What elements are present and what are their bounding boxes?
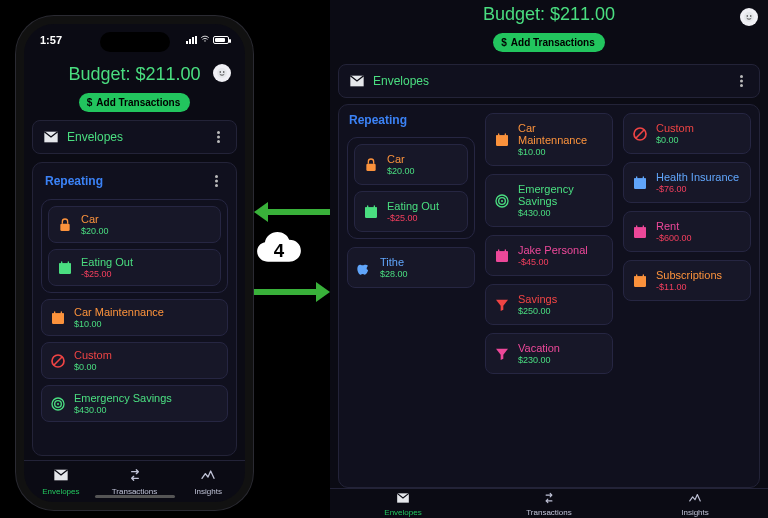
envelope-name: Car — [387, 153, 415, 165]
funnel-icon — [494, 297, 510, 313]
lock-icon — [57, 217, 73, 233]
mail-icon — [43, 129, 59, 145]
tab-envelopes[interactable]: Envelopes — [330, 489, 476, 518]
cal-icon — [632, 175, 648, 191]
envelope-name: Jake Personal — [518, 244, 588, 256]
envelope-card[interactable]: Car Maintennance$10.00 — [41, 299, 228, 336]
tab-label: Envelopes — [384, 508, 421, 517]
insights-icon — [688, 491, 702, 507]
envelope-card[interactable]: Tithe$28.00 — [347, 247, 475, 288]
envelope-amount: -$25.00 — [387, 213, 439, 223]
tab-label: Insights — [681, 508, 709, 517]
lock-icon — [363, 157, 379, 173]
svg-text:4: 4 — [274, 240, 285, 261]
kebab-menu[interactable] — [733, 73, 749, 89]
envelopes-label: Envelopes — [67, 130, 202, 144]
wifi-icon — [200, 34, 210, 46]
envelope-name: Car Maintennance — [74, 306, 164, 318]
envelopes-grid: Repeating Car$20.00Eating Out-$25.00 Tit… — [338, 104, 760, 488]
cal-icon — [494, 248, 510, 264]
envelope-card[interactable]: Custom$0.00 — [623, 113, 751, 154]
mail-icon — [396, 491, 410, 507]
envelope-card[interactable]: Emergency Savings$430.00 — [41, 385, 228, 422]
envelope-name: Emergency Savings — [74, 392, 172, 404]
envelope-amount: $28.00 — [380, 269, 408, 279]
envelope-amount: $250.00 — [518, 306, 557, 316]
mail-icon — [53, 467, 69, 485]
add-transactions-button[interactable]: $ Add Transactions — [79, 93, 190, 112]
budget-title: Budget: $211.00 — [483, 4, 615, 25]
envelope-card[interactable]: Subscriptions-$11.00 — [623, 260, 751, 301]
envelope-card[interactable]: Vacation$230.00 — [485, 333, 613, 374]
envelope-card[interactable]: Car$20.00 — [48, 206, 221, 243]
envelope-card[interactable]: Custom$0.00 — [41, 342, 228, 379]
envelope-name: Tithe — [380, 256, 408, 268]
envelopes-header[interactable]: Envelopes — [32, 120, 237, 154]
insights-icon — [200, 467, 216, 485]
dollar-icon: $ — [501, 37, 507, 48]
envelope-card[interactable]: Health Insurance-$76.00 — [623, 162, 751, 203]
envelope-name: Custom — [74, 349, 112, 361]
arrow-left-icon — [254, 202, 330, 222]
repeating-title: Repeating — [347, 113, 475, 129]
right-column: Custom$0.00Health Insurance-$76.00Rent-$… — [623, 113, 751, 479]
cell-signal-icon — [186, 36, 197, 44]
envelope-card[interactable]: Car$20.00 — [354, 144, 468, 185]
tab-transactions[interactable]: Transactions — [476, 489, 622, 518]
tab-label: Envelopes — [42, 487, 79, 496]
tablet-frame: Budget: $211.00 $ Add Transactions Envel… — [330, 0, 768, 518]
cal-icon — [363, 204, 379, 220]
envelope-amount: -$45.00 — [518, 257, 588, 267]
envelope-card[interactable]: Savings$250.00 — [485, 284, 613, 325]
cloud-number-icon: 4 — [254, 228, 304, 272]
bottom-tabs: Envelopes Transactions Insights — [330, 488, 768, 518]
envelope-card[interactable]: Car Maintennance$10.00 — [485, 113, 613, 166]
avatar[interactable] — [740, 8, 758, 26]
envelope-amount: $20.00 — [387, 166, 415, 176]
envelope-card[interactable]: Eating Out-$25.00 — [354, 191, 468, 232]
tab-label: Transactions — [526, 508, 572, 517]
add-transactions-button[interactable]: $ Add Transactions — [493, 33, 604, 52]
envelope-card[interactable]: Emergency Savings$430.00 — [485, 174, 613, 227]
envelope-card[interactable]: Rent-$600.00 — [623, 211, 751, 252]
envelope-name: Car Maintennance — [518, 122, 604, 146]
envelope-amount: $430.00 — [518, 208, 604, 218]
envelope-card[interactable]: Jake Personal-$45.00 — [485, 235, 613, 276]
repeating-group: Car$20.00Eating Out-$25.00 — [41, 199, 228, 293]
swap-icon — [127, 467, 143, 485]
mail-icon — [349, 73, 365, 89]
envelope-name: Vacation — [518, 342, 560, 354]
apple-icon — [356, 260, 372, 276]
envelope-amount: $430.00 — [74, 405, 172, 415]
tab-label: Insights — [194, 487, 222, 496]
mid-column: Car Maintennance$10.00Emergency Savings$… — [485, 113, 613, 479]
avatar[interactable] — [213, 64, 231, 82]
battery-icon — [213, 36, 229, 44]
envelope-card[interactable]: Eating Out-$25.00 — [48, 249, 221, 286]
envelope-name: Emergency Savings — [518, 183, 604, 207]
cal-icon — [494, 132, 510, 148]
phone-frame: 1:57 Budget: $211.00 $ Add Transactions … — [16, 16, 253, 510]
sync-graphic: 4 — [254, 202, 330, 302]
cal-icon — [57, 260, 73, 276]
envelope-amount: -$76.00 — [656, 184, 739, 194]
tab-insights[interactable]: Insights — [171, 461, 245, 502]
dollar-icon: $ — [87, 97, 93, 108]
tab-insights[interactable]: Insights — [622, 489, 768, 518]
status-time: 1:57 — [40, 34, 62, 46]
target-icon — [50, 396, 66, 412]
envelopes-header[interactable]: Envelopes — [338, 64, 760, 98]
envelope-amount: -$25.00 — [81, 269, 133, 279]
repeating-group: Car$20.00Eating Out-$25.00 — [347, 137, 475, 239]
envelope-name: Eating Out — [387, 200, 439, 212]
kebab-menu[interactable] — [208, 173, 224, 189]
left-rest: Tithe$28.00 — [347, 247, 475, 288]
tab-envelopes[interactable]: Envelopes — [24, 461, 98, 502]
envelope-amount: $0.00 — [656, 135, 694, 145]
block-icon — [50, 353, 66, 369]
budget-title: Budget: $211.00 — [68, 64, 200, 85]
rest-group: Car Maintennance$10.00Custom$0.00Emergen… — [41, 299, 228, 422]
kebab-menu[interactable] — [210, 129, 226, 145]
envelope-name: Car — [81, 213, 109, 225]
cal-icon — [50, 310, 66, 326]
